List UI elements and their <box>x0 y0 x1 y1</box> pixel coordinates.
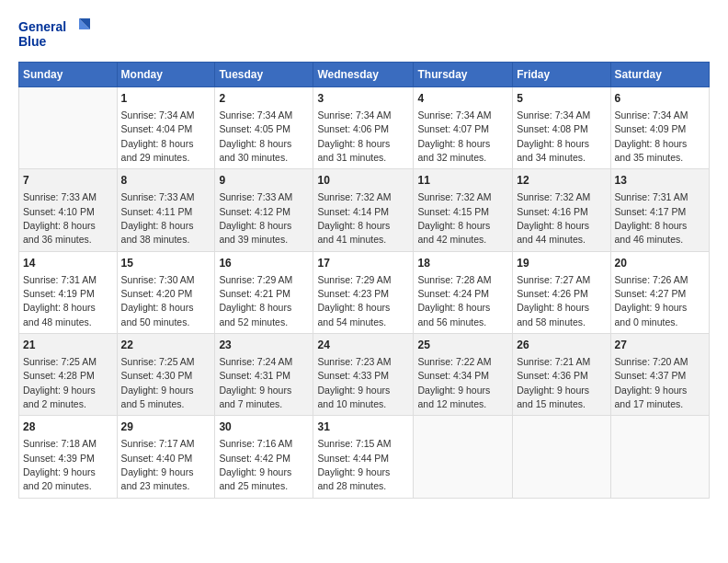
svg-text:General: General <box>18 19 66 34</box>
day-number: 21 <box>23 338 113 353</box>
day-info: Sunrise: 7:25 AM Sunset: 4:28 PM Dayligh… <box>23 356 97 409</box>
calendar-week-row: 21Sunrise: 7:25 AM Sunset: 4:28 PM Dayli… <box>19 334 710 416</box>
calendar-cell: 7Sunrise: 7:33 AM Sunset: 4:10 PM Daylig… <box>19 169 118 251</box>
calendar-cell: 16Sunrise: 7:29 AM Sunset: 4:21 PM Dayli… <box>215 251 313 333</box>
calendar-cell: 8Sunrise: 7:33 AM Sunset: 4:11 PM Daylig… <box>117 169 215 251</box>
day-info: Sunrise: 7:26 AM Sunset: 4:27 PM Dayligh… <box>615 274 688 327</box>
calendar-cell: 5Sunrise: 7:34 AM Sunset: 4:08 PM Daylig… <box>513 87 610 169</box>
day-number: 15 <box>121 256 211 271</box>
calendar-cell: 4Sunrise: 7:34 AM Sunset: 4:07 PM Daylig… <box>414 87 513 169</box>
calendar-table: SundayMondayTuesdayWednesdayThursdayFrid… <box>18 62 710 499</box>
day-number: 4 <box>417 91 508 107</box>
day-number: 19 <box>517 256 606 271</box>
day-info: Sunrise: 7:21 AM Sunset: 4:36 PM Dayligh… <box>517 356 590 409</box>
day-info: Sunrise: 7:34 AM Sunset: 4:04 PM Dayligh… <box>121 109 195 163</box>
day-number: 8 <box>121 173 211 189</box>
day-info: Sunrise: 7:27 AM Sunset: 4:26 PM Dayligh… <box>517 274 590 327</box>
day-number: 22 <box>121 338 211 353</box>
day-number: 25 <box>417 338 508 353</box>
calendar-cell: 28Sunrise: 7:18 AM Sunset: 4:39 PM Dayli… <box>19 416 118 498</box>
calendar-cell <box>414 416 513 498</box>
day-info: Sunrise: 7:29 AM Sunset: 4:23 PM Dayligh… <box>317 274 391 327</box>
day-info: Sunrise: 7:32 AM Sunset: 4:16 PM Dayligh… <box>517 191 590 245</box>
calendar-cell: 24Sunrise: 7:23 AM Sunset: 4:33 PM Dayli… <box>313 334 414 416</box>
weekday-header-sunday: Sunday <box>19 63 118 87</box>
day-info: Sunrise: 7:34 AM Sunset: 4:08 PM Dayligh… <box>517 109 590 163</box>
calendar-cell: 15Sunrise: 7:30 AM Sunset: 4:20 PM Dayli… <box>117 251 215 333</box>
day-info: Sunrise: 7:18 AM Sunset: 4:39 PM Dayligh… <box>23 438 97 491</box>
page: General Blue SundayMondayTuesdayWednesda… <box>0 0 728 563</box>
day-number: 20 <box>615 256 705 271</box>
day-number: 9 <box>219 173 309 189</box>
logo: General Blue <box>18 15 92 56</box>
day-info: Sunrise: 7:17 AM Sunset: 4:40 PM Dayligh… <box>121 438 195 491</box>
calendar-cell: 23Sunrise: 7:24 AM Sunset: 4:31 PM Dayli… <box>215 334 313 416</box>
calendar-cell: 29Sunrise: 7:17 AM Sunset: 4:40 PM Dayli… <box>117 416 215 498</box>
day-number: 23 <box>219 338 309 353</box>
day-number: 3 <box>317 91 409 107</box>
weekday-header-friday: Friday <box>513 63 610 87</box>
day-number: 12 <box>517 173 606 189</box>
day-info: Sunrise: 7:16 AM Sunset: 4:42 PM Dayligh… <box>219 438 292 491</box>
day-number: 11 <box>417 173 508 189</box>
day-info: Sunrise: 7:24 AM Sunset: 4:31 PM Dayligh… <box>219 356 292 409</box>
day-number: 17 <box>317 256 409 271</box>
calendar-cell: 18Sunrise: 7:28 AM Sunset: 4:24 PM Dayli… <box>414 251 513 333</box>
day-number: 29 <box>121 419 211 435</box>
day-info: Sunrise: 7:32 AM Sunset: 4:15 PM Dayligh… <box>417 191 491 245</box>
calendar-cell <box>610 416 709 498</box>
calendar-week-row: 14Sunrise: 7:31 AM Sunset: 4:19 PM Dayli… <box>19 251 710 333</box>
day-number: 6 <box>615 91 705 107</box>
calendar-cell: 9Sunrise: 7:33 AM Sunset: 4:12 PM Daylig… <box>215 169 313 251</box>
weekday-header-monday: Monday <box>117 63 215 87</box>
day-number: 13 <box>615 173 705 189</box>
calendar-cell <box>19 87 118 169</box>
day-number: 2 <box>219 91 309 107</box>
calendar-week-row: 1Sunrise: 7:34 AM Sunset: 4:04 PM Daylig… <box>19 87 710 169</box>
calendar-cell: 19Sunrise: 7:27 AM Sunset: 4:26 PM Dayli… <box>513 251 610 333</box>
calendar-cell: 1Sunrise: 7:34 AM Sunset: 4:04 PM Daylig… <box>117 87 215 169</box>
calendar-week-row: 7Sunrise: 7:33 AM Sunset: 4:10 PM Daylig… <box>19 169 710 251</box>
day-info: Sunrise: 7:33 AM Sunset: 4:12 PM Dayligh… <box>219 191 292 245</box>
day-number: 18 <box>417 256 508 271</box>
day-number: 30 <box>219 419 309 435</box>
calendar-cell: 31Sunrise: 7:15 AM Sunset: 4:44 PM Dayli… <box>313 416 414 498</box>
calendar-cell: 30Sunrise: 7:16 AM Sunset: 4:42 PM Dayli… <box>215 416 313 498</box>
calendar-cell: 6Sunrise: 7:34 AM Sunset: 4:09 PM Daylig… <box>610 87 709 169</box>
calendar-cell <box>513 416 610 498</box>
calendar-week-row: 28Sunrise: 7:18 AM Sunset: 4:39 PM Dayli… <box>19 416 710 498</box>
day-number: 14 <box>23 256 113 271</box>
day-number: 10 <box>317 173 409 189</box>
general-blue-logo-icon: General Blue <box>18 15 92 56</box>
day-info: Sunrise: 7:33 AM Sunset: 4:11 PM Dayligh… <box>121 191 195 245</box>
svg-text:Blue: Blue <box>18 34 47 49</box>
day-info: Sunrise: 7:33 AM Sunset: 4:10 PM Dayligh… <box>23 191 97 245</box>
day-number: 31 <box>317 419 409 435</box>
day-number: 5 <box>517 91 606 107</box>
calendar-cell: 17Sunrise: 7:29 AM Sunset: 4:23 PM Dayli… <box>313 251 414 333</box>
day-number: 28 <box>23 419 113 435</box>
day-info: Sunrise: 7:31 AM Sunset: 4:19 PM Dayligh… <box>23 274 97 327</box>
calendar-cell: 14Sunrise: 7:31 AM Sunset: 4:19 PM Dayli… <box>19 251 118 333</box>
day-info: Sunrise: 7:23 AM Sunset: 4:33 PM Dayligh… <box>317 356 391 409</box>
weekday-header-thursday: Thursday <box>414 63 513 87</box>
day-info: Sunrise: 7:25 AM Sunset: 4:30 PM Dayligh… <box>121 356 195 409</box>
calendar-cell: 25Sunrise: 7:22 AM Sunset: 4:34 PM Dayli… <box>414 334 513 416</box>
day-info: Sunrise: 7:31 AM Sunset: 4:17 PM Dayligh… <box>615 191 688 245</box>
day-number: 24 <box>317 338 409 353</box>
calendar-cell: 12Sunrise: 7:32 AM Sunset: 4:16 PM Dayli… <box>513 169 610 251</box>
weekday-header-saturday: Saturday <box>610 63 709 87</box>
calendar-cell: 2Sunrise: 7:34 AM Sunset: 4:05 PM Daylig… <box>215 87 313 169</box>
weekday-header-wednesday: Wednesday <box>313 63 414 87</box>
day-number: 27 <box>615 338 705 353</box>
calendar-cell: 13Sunrise: 7:31 AM Sunset: 4:17 PM Dayli… <box>610 169 709 251</box>
calendar-cell: 3Sunrise: 7:34 AM Sunset: 4:06 PM Daylig… <box>313 87 414 169</box>
day-info: Sunrise: 7:34 AM Sunset: 4:06 PM Dayligh… <box>317 109 391 163</box>
day-number: 7 <box>23 173 113 189</box>
calendar-cell: 27Sunrise: 7:20 AM Sunset: 4:37 PM Dayli… <box>610 334 709 416</box>
day-info: Sunrise: 7:34 AM Sunset: 4:05 PM Dayligh… <box>219 109 292 163</box>
day-info: Sunrise: 7:22 AM Sunset: 4:34 PM Dayligh… <box>417 356 491 409</box>
day-info: Sunrise: 7:29 AM Sunset: 4:21 PM Dayligh… <box>219 274 292 327</box>
weekday-header-row: SundayMondayTuesdayWednesdayThursdayFrid… <box>19 63 710 87</box>
calendar-cell: 11Sunrise: 7:32 AM Sunset: 4:15 PM Dayli… <box>414 169 513 251</box>
